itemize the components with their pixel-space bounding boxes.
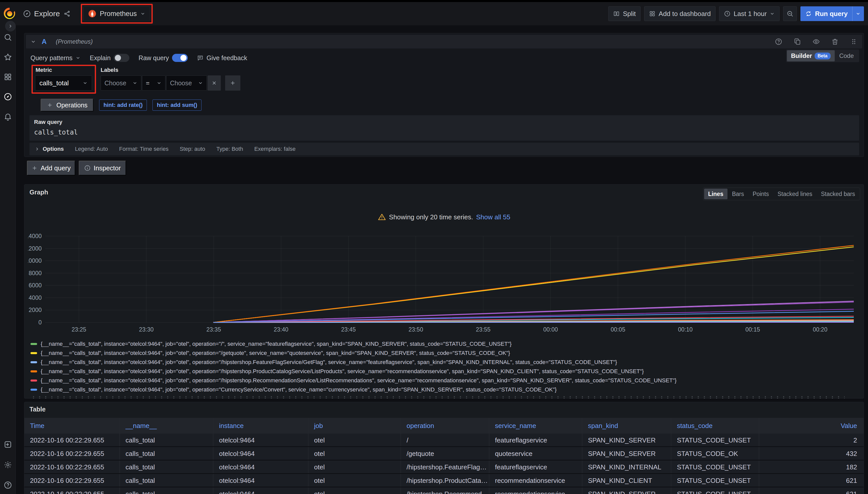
table-cell: featureflagservice xyxy=(489,434,582,446)
table-cell: quoteservice xyxy=(489,447,582,460)
table-cell: /hipstershop.Recommendation... xyxy=(401,488,489,494)
sidebar-expand-button[interactable] xyxy=(5,21,16,32)
apps-icon[interactable] xyxy=(3,73,12,81)
query-patterns-dropdown[interactable]: Query patterns xyxy=(31,54,80,62)
sidebar-bottom-items xyxy=(0,440,16,490)
table-row: 2022-10-16 00:22:29.655calls_totalotelco… xyxy=(24,434,864,447)
raw-query-expression[interactable]: calls_total xyxy=(34,129,854,136)
graph-mode-stacked-lines[interactable]: Stacked lines xyxy=(774,189,816,199)
table-cell: 2022-10-16 00:22:29.655 xyxy=(24,488,120,494)
table-header-spankind[interactable]: span_kind xyxy=(582,418,671,434)
legend-series-label: {__name__="calls_total", instance="otelc… xyxy=(41,368,644,375)
label-value-select[interactable]: Choose xyxy=(166,75,207,91)
table-cell: 621 xyxy=(759,474,864,487)
run-query-dropdown[interactable] xyxy=(852,6,864,21)
legend-row[interactable]: {__name__="calls_total", instance="otelc… xyxy=(31,385,861,394)
add-label-button[interactable] xyxy=(225,75,240,91)
table-header-value[interactable]: Value xyxy=(759,418,864,434)
label-key-value: Choose xyxy=(105,79,126,87)
chevron-down-icon xyxy=(770,11,775,16)
legend-series-mark xyxy=(31,380,37,382)
compass-icon[interactable] xyxy=(3,92,12,101)
table-cell: otelcol:9464 xyxy=(214,474,308,487)
svg-text:23:55: 23:55 xyxy=(476,326,491,333)
legend-row[interactable]: {__name__="calls_total", instance="otelc… xyxy=(31,339,861,348)
legend-row[interactable]: {__name__="calls_total", instance="otelc… xyxy=(31,348,861,358)
query-ref-id[interactable]: A xyxy=(42,38,47,46)
table-cell: STATUS_CODE_OK xyxy=(671,447,759,460)
query-hint-button[interactable]: hint: add sum() xyxy=(152,99,201,111)
plus-icon xyxy=(47,102,53,108)
info-circle-icon xyxy=(84,165,91,171)
help-icon[interactable] xyxy=(3,481,12,490)
table-header-name[interactable]: __name__ xyxy=(120,418,214,434)
duplicate-query-icon[interactable] xyxy=(794,38,801,45)
options-title[interactable]: Options xyxy=(43,146,64,152)
table-cell: 2022-10-16 00:22:29.655 xyxy=(24,447,120,460)
table-cell: calls_total xyxy=(120,460,214,473)
table-header-operation[interactable]: operation xyxy=(401,418,489,434)
show-all-series-link[interactable]: Show all 55 xyxy=(476,213,510,221)
signin-icon[interactable] xyxy=(3,440,12,449)
add-query-button[interactable]: Add query xyxy=(27,161,75,175)
delete-query-icon[interactable] xyxy=(831,38,839,45)
legend-row[interactable]: {__name__="calls_total", instance="otelc… xyxy=(31,367,861,376)
top-nav: Explore Prometheus Split Add to dashboar… xyxy=(0,2,868,25)
svg-text:00:10: 00:10 xyxy=(678,326,693,333)
graph-mode-lines[interactable]: Lines xyxy=(704,189,727,199)
split-button[interactable]: Split xyxy=(608,6,640,21)
datasource-picker[interactable]: Prometheus xyxy=(83,6,150,21)
search-icon[interactable] xyxy=(3,33,12,42)
help-circle-icon[interactable] xyxy=(775,38,782,45)
table-header-job[interactable]: job xyxy=(308,418,401,434)
query-hint-button[interactable]: hint: add rate() xyxy=(99,99,147,111)
drag-handle-icon[interactable] xyxy=(850,38,857,45)
table-cell: SPAN_KIND_SERVER xyxy=(582,488,671,494)
share-icon[interactable] xyxy=(64,10,71,17)
time-range-picker[interactable]: Last 1 hour xyxy=(719,6,780,21)
chevron-down-icon[interactable] xyxy=(31,39,36,44)
operations-label: Operations xyxy=(56,101,87,109)
builder-tab[interactable]: Builder Beta xyxy=(787,50,835,61)
table-cell: otelcol:9464 xyxy=(214,460,308,473)
star-icon[interactable] xyxy=(3,53,12,61)
graph-mode-points[interactable]: Points xyxy=(748,189,773,199)
label-operator-select[interactable]: = xyxy=(142,75,165,91)
gear-icon[interactable] xyxy=(3,460,12,469)
raw-query-toggle[interactable] xyxy=(172,54,188,62)
remove-label-button[interactable] xyxy=(207,75,221,91)
table-header-instance[interactable]: instance xyxy=(214,418,308,434)
results-table: Time__name__instancejoboperationservice_… xyxy=(24,418,864,494)
run-query-button[interactable]: Run query xyxy=(800,6,864,21)
code-tab[interactable]: Code xyxy=(835,52,858,59)
add-operations-button[interactable]: Operations xyxy=(41,99,93,111)
table-cell: 2022-10-16 00:22:29.655 xyxy=(24,434,120,446)
table-cell: calls_total xyxy=(120,434,214,446)
bell-icon[interactable] xyxy=(3,112,12,121)
legend-row[interactable]: {__name__="calls_total", instance="otelc… xyxy=(31,376,861,385)
label-key-select[interactable]: Choose xyxy=(101,75,141,91)
grafana-explore-page: Explore Prometheus Split Add to dashboar… xyxy=(0,2,868,494)
give-feedback-link[interactable]: Give feedback xyxy=(197,54,247,62)
svg-text:14000: 14000 xyxy=(28,233,42,240)
legend-series-mark xyxy=(31,388,37,391)
query-row-header[interactable]: A (Prometheus) xyxy=(26,35,862,49)
graph-mode-stacked-bars[interactable]: Stacked bars xyxy=(817,189,859,199)
explain-toggle[interactable] xyxy=(113,54,129,62)
table-header-statuscode[interactable]: status_code xyxy=(671,418,759,434)
toggle-visibility-icon[interactable] xyxy=(812,38,820,45)
table-header-servicename[interactable]: service_name xyxy=(489,418,582,434)
inspector-button[interactable]: Inspector xyxy=(79,161,126,175)
graph-mode-bars[interactable]: Bars xyxy=(728,189,748,199)
zoom-out-button[interactable] xyxy=(783,6,797,21)
legend-row[interactable]: {__name__="calls_total", instance="otelc… xyxy=(31,358,861,367)
options-row[interactable]: Options Legend: AutoFormat: Time seriesS… xyxy=(30,142,859,155)
query-datasource-hint: (Prometheus) xyxy=(56,38,93,45)
operations-row: Operations hint: add rate()hint: add sum… xyxy=(41,99,201,111)
table-header-time[interactable]: Time xyxy=(24,418,120,434)
metric-select[interactable]: calls_total xyxy=(35,75,92,91)
add-to-dashboard-button[interactable]: Add to dashboard xyxy=(644,6,716,21)
time-series-chart[interactable]: 0200040006000800010000120001400023:2523:… xyxy=(28,231,861,333)
table-cell: / xyxy=(401,434,489,446)
grafana-logo-icon[interactable] xyxy=(3,7,16,20)
